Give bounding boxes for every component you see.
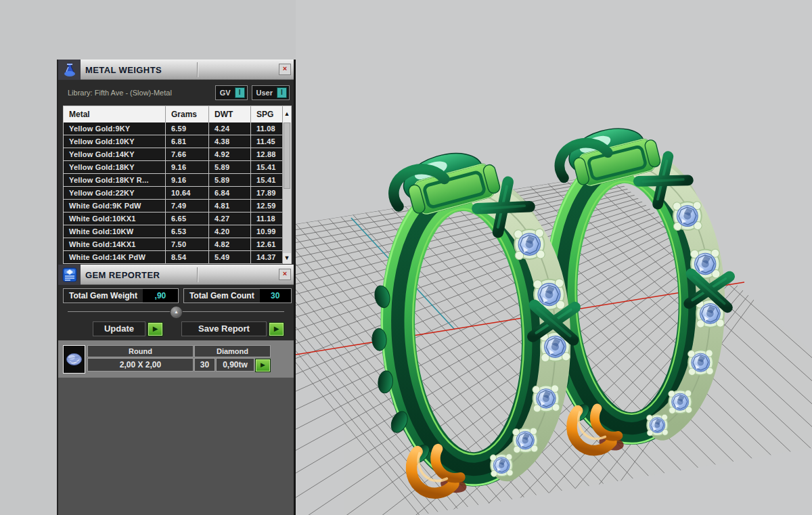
metal-weights-titlebar[interactable]: METAL WEIGHTS ×: [58, 60, 294, 80]
metal-table-rows: Yellow Gold:9KY 6.59 4.24 11.08 Yellow G…: [64, 122, 291, 264]
table-row[interactable]: White Gold:14KX1 7.50 4.82 12.61: [64, 238, 291, 251]
metal-weights-close-icon[interactable]: ×: [279, 64, 291, 75]
gem-summary-row: Round Diamond 2,00 X 2,00 30 0,90tw ▶: [58, 340, 294, 378]
metal-table: Metal Grams DWT SPG Yellow Gold:9KY 6.59…: [63, 106, 292, 264]
panel-slider[interactable]: ▲: [68, 305, 284, 319]
viewport-canvas[interactable]: [296, 0, 812, 515]
gem-table: Round Diamond 2,00 X 2,00 30 0,90tw ▶: [87, 345, 271, 374]
table-row[interactable]: White Gold:10KW 6.53 4.20 10.99: [64, 225, 291, 238]
earring-left[interactable]: [362, 140, 585, 504]
update-button[interactable]: Update: [93, 321, 145, 336]
titlebar-divider: [197, 62, 198, 77]
gem-reporter-title: GEM REPORTER: [81, 270, 160, 280]
gem-thumbnail[interactable]: [63, 345, 85, 374]
gem-reporter-icon: [58, 265, 81, 285]
user-toggle-switch[interactable]: I: [277, 87, 287, 98]
metal-weights-title: METAL WEIGHTS: [81, 65, 162, 75]
table-row[interactable]: White Gold:14K PdW 8.54 5.49 14.37: [64, 251, 291, 264]
total-gem-weight-label: Total Gem Weight: [64, 289, 143, 303]
table-row[interactable]: Yellow Gold:18KY R... 9.16 5.89 15.41: [64, 174, 291, 187]
gem-type-header: Diamond: [194, 345, 271, 357]
save-report-button[interactable]: Save Report: [181, 321, 267, 336]
metal-weights-header-bar[interactable]: METAL WEIGHTS ×: [81, 60, 294, 80]
total-gem-weight-box: Total Gem Weight ,90: [63, 288, 179, 303]
metal-table-header: Metal Grams DWT SPG: [64, 106, 291, 122]
total-gem-weight-value: ,90: [143, 289, 178, 303]
scroll-up-icon[interactable]: ▲: [283, 106, 291, 122]
titlebar-divider: [197, 267, 198, 282]
table-row[interactable]: White Gold:10KX1 6.65 4.27 11.18: [64, 212, 291, 225]
gem-row-run-icon[interactable]: ▶: [255, 359, 271, 372]
gem-reporter-titlebar[interactable]: GEM REPORTER ×: [58, 265, 294, 285]
gem-reporter-header-bar[interactable]: GEM REPORTER ×: [81, 265, 294, 285]
gv-toggle-switch[interactable]: I: [235, 87, 245, 98]
panel-empty-area: [58, 378, 294, 515]
table-scrollbar[interactable]: ▲ ▼: [282, 106, 291, 264]
slider-knob[interactable]: ▲: [170, 306, 183, 319]
update-run-icon[interactable]: ▶: [148, 322, 163, 336]
table-row[interactable]: Yellow Gold:10KY 6.81 4.38 11.45: [64, 135, 291, 148]
total-gem-count-value: 30: [260, 289, 291, 303]
table-row[interactable]: White Gold:9K PdW 7.49 4.81 12.59: [64, 200, 291, 212]
scroll-down-icon[interactable]: ▼: [283, 253, 291, 264]
gem-reporter-close-icon[interactable]: ×: [279, 269, 291, 280]
table-row[interactable]: Yellow Gold:14KY 7.66 4.92 12.88: [64, 148, 291, 161]
3d-viewport[interactable]: [296, 0, 812, 515]
tool-panels: METAL WEIGHTS × Library: Fifth Ave - (Sl…: [57, 60, 296, 515]
save-report-run-icon[interactable]: ▶: [269, 322, 284, 336]
total-gem-count-box: Total Gem Count 30: [183, 288, 292, 303]
table-row[interactable]: Yellow Gold:22KY 10.64 6.84 17.89: [64, 187, 291, 200]
table-row[interactable]: Yellow Gold:18KY 9.16 5.89 15.41: [64, 161, 291, 174]
gem-total-weight-value: 0,90tw: [216, 358, 254, 372]
user-toggle[interactable]: User I: [252, 85, 290, 100]
total-gem-count-label: Total Gem Count: [184, 289, 260, 303]
gem-reporter-panel: Total Gem Weight ,90 Total Gem Count 30 …: [58, 285, 294, 515]
gem-shape-header: Round: [87, 345, 194, 357]
gem-count-value: 30: [194, 358, 215, 372]
library-label: Library: Fifth Ave - (Slow)-Metal: [68, 89, 211, 97]
metal-weights-icon: [58, 60, 81, 80]
scrollbar-thumb[interactable]: [284, 122, 290, 189]
gv-toggle[interactable]: GV I: [215, 85, 248, 100]
gem-size-value: 2,00 X 2,00: [87, 358, 194, 372]
application-window: METAL WEIGHTS × Library: Fifth Ave - (Sl…: [0, 0, 812, 515]
table-row[interactable]: Yellow Gold:9KY 6.59 4.24 11.08: [64, 122, 291, 135]
metal-weights-panel: Library: Fifth Ave - (Slow)-Metal GV I U…: [58, 80, 294, 265]
